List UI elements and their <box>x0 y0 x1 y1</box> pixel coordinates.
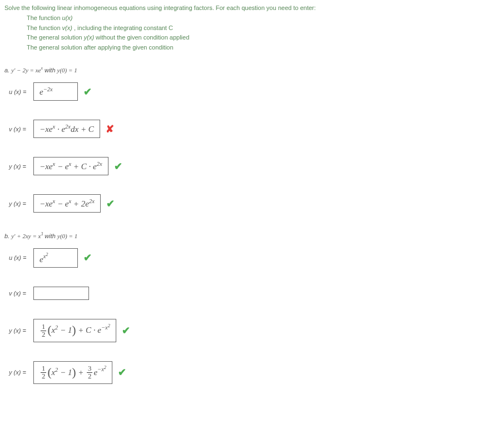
check-icon: ✔ <box>122 324 130 337</box>
a-y2-label: y (x) = <box>9 200 33 207</box>
check-icon: ✔ <box>106 198 115 210</box>
req-line-1: The function u(x) <box>27 13 480 23</box>
req-line-2: The function v(x) , including the integr… <box>27 23 480 33</box>
b-y1-answer[interactable]: 12(x2 − 1) + C · e−x2 <box>33 319 116 342</box>
check-icon: ✔ <box>114 160 122 173</box>
part-a: a. y' − 2y = xex with y(0) = 1 u (x) = e… <box>4 66 480 213</box>
check-icon: ✔ <box>118 366 126 378</box>
a-row-u: u (x) = e−2x ✔ <box>9 82 480 101</box>
b-row-v: v (x) = <box>9 287 480 300</box>
req-line-4: The general solution after applying the … <box>27 43 480 53</box>
b-y2-answer[interactable]: 12(x2 − 1) + 32e−x2 <box>33 361 112 384</box>
b-row-y-general: y (x) = 12(x2 − 1) + C · e−x2 ✔ <box>9 319 480 342</box>
a-u-answer[interactable]: e−2x <box>33 82 78 101</box>
check-icon: ✔ <box>83 252 92 264</box>
intro-text: Solve the following linear inhomogeneous… <box>4 4 480 11</box>
part-b-heading: b. y' + 2xy = x3 with y(0) = 1 <box>4 232 480 239</box>
b-v-label: v (x) = <box>9 290 33 297</box>
a-y1-answer[interactable]: −xex − ex + C · e2x <box>33 157 108 175</box>
a-row-y-general: y (x) = −xex − ex + C · e2x ✔ <box>9 157 480 175</box>
check-icon: ✔ <box>83 86 92 98</box>
requirements-list: The function u(x) The function v(x) , in… <box>27 13 480 52</box>
b-v-answer[interactable] <box>33 287 89 300</box>
b-u-answer[interactable]: ex2 <box>33 248 78 268</box>
b-row-y-particular: y (x) = 12(x2 − 1) + 32e−x2 ✔ <box>9 361 480 384</box>
part-a-heading: a. y' − 2y = xex with y(0) = 1 <box>4 66 480 73</box>
a-v-answer[interactable]: −xex · e2xdx + C <box>33 120 100 138</box>
b-y1-label: y (x) = <box>9 327 33 334</box>
b-y2-label: y (x) = <box>9 369 33 376</box>
a-u-label: u (x) = <box>9 88 33 95</box>
a-y2-answer[interactable]: −xex − ex + 2e2x <box>33 194 101 213</box>
b-u-label: u (x) = <box>9 254 33 261</box>
a-row-v: v (x) = −xex · e2xdx + C ✘ <box>9 120 480 138</box>
req-line-3: The general solution y(x) without the gi… <box>27 33 480 43</box>
part-b: b. y' + 2xy = x3 with y(0) = 1 u (x) = e… <box>4 232 480 384</box>
a-y1-label: y (x) = <box>9 163 33 170</box>
a-row-y-particular: y (x) = −xex − ex + 2e2x ✔ <box>9 194 480 213</box>
b-row-u: u (x) = ex2 ✔ <box>9 248 480 268</box>
a-v-label: v (x) = <box>9 126 33 132</box>
cross-icon: ✘ <box>106 123 114 135</box>
